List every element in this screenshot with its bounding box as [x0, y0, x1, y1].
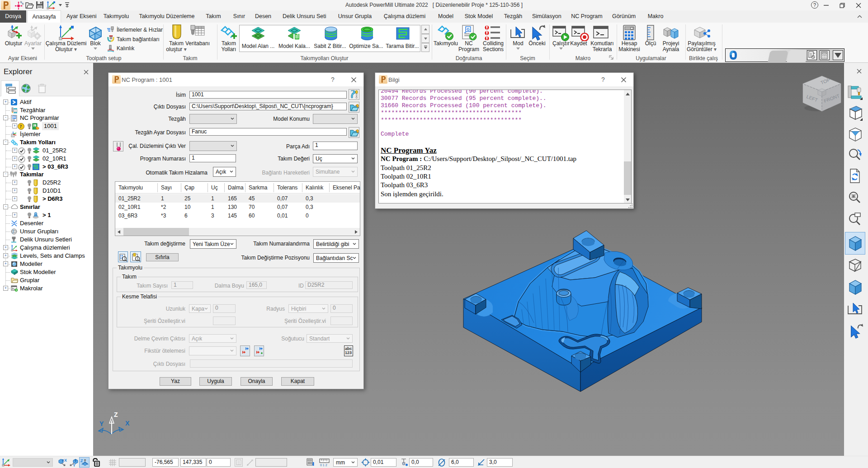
svg-text:Y: Y — [73, 463, 75, 467]
svg-text:Y: Y — [99, 420, 104, 427]
svg-text:G: G — [467, 27, 470, 32]
svg-text:Z: Z — [80, 459, 83, 463]
svg-text:X: X — [64, 458, 67, 463]
svg-text:X: X — [125, 420, 130, 427]
svg-text:0 1 2: 0 1 2 — [320, 463, 327, 467]
svg-text:Z: Z — [114, 411, 118, 418]
svg-text:G: G — [13, 116, 15, 119]
svg-text:G: G — [34, 125, 36, 127]
svg-text:?: ? — [19, 124, 22, 129]
